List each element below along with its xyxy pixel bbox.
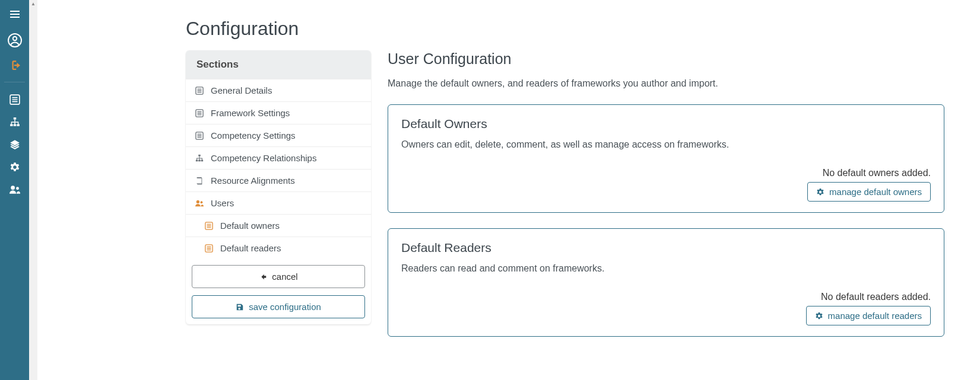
nav-layers-icon[interactable] <box>0 133 29 156</box>
nav-list-icon[interactable] <box>0 88 29 111</box>
page-title: Configuration <box>186 18 944 40</box>
save-configuration-button[interactable]: save configuration <box>192 295 365 318</box>
left-sidebar <box>0 0 29 380</box>
section-item-label: Default owners <box>220 221 280 231</box>
section-item-default-owners[interactable]: Default owners <box>186 214 371 237</box>
section-item-competency-settings[interactable]: Competency Settings <box>186 124 371 146</box>
sidebar-separator <box>4 82 24 82</box>
list-icon <box>194 132 205 140</box>
default-owners-card: Default Owners Owners can edit, delete, … <box>388 104 944 213</box>
content-area: User Configuration Manage the default ow… <box>388 50 944 352</box>
section-item-label: Competency Settings <box>211 130 296 140</box>
sitemap-icon <box>194 154 205 162</box>
section-item-label: Default readers <box>220 243 281 253</box>
profile-icon[interactable] <box>0 27 29 53</box>
section-item-label: General Details <box>211 85 272 95</box>
card-description: Readers can read and comment on framewor… <box>401 263 931 274</box>
cancel-button-label: cancel <box>272 272 297 282</box>
nav-users-icon[interactable] <box>0 178 29 201</box>
logout-icon[interactable] <box>0 53 29 76</box>
empty-message: No default readers added. <box>821 292 931 302</box>
main-content: Configuration Sections General Details F… <box>37 0 980 380</box>
nav-settings-icon[interactable] <box>0 156 29 178</box>
manage-button-label: manage default readers <box>828 311 922 321</box>
sections-panel-header: Sections <box>186 50 371 79</box>
content-section-title: User Configuration <box>388 50 944 68</box>
section-item-label: Competency Relationships <box>211 153 316 163</box>
section-item-default-readers[interactable]: Default readers <box>186 237 371 259</box>
section-item-general-details[interactable]: General Details <box>186 79 371 101</box>
list-icon <box>204 222 214 230</box>
scroll-gutter[interactable]: ▲ <box>29 0 37 380</box>
section-item-label: Resource Alignments <box>211 175 295 186</box>
section-item-framework-settings[interactable]: Framework Settings <box>186 101 371 124</box>
arrow-left-icon <box>259 273 267 281</box>
manage-default-readers-button[interactable]: manage default readers <box>806 306 931 325</box>
section-item-label: Framework Settings <box>211 108 290 118</box>
list-icon <box>194 109 205 117</box>
save-button-label: save configuration <box>249 302 321 312</box>
section-item-competency-relationships[interactable]: Competency Relationships <box>186 146 371 169</box>
users-icon <box>194 199 205 207</box>
default-readers-card: Default Readers Readers can read and com… <box>388 228 944 337</box>
list-icon <box>204 244 214 253</box>
section-item-resource-alignments[interactable]: Resource Alignments <box>186 169 371 191</box>
book-icon <box>194 177 205 185</box>
empty-message: No default owners added. <box>823 168 931 178</box>
cancel-button[interactable]: cancel <box>192 265 365 288</box>
gear-icon <box>815 312 823 320</box>
section-item-users[interactable]: Users <box>186 191 371 214</box>
save-icon <box>236 303 244 311</box>
gear-icon <box>816 188 824 196</box>
card-description: Owners can edit, delete, comment, as wel… <box>401 139 931 150</box>
content-section-description: Manage the default owners, and readers o… <box>388 78 944 89</box>
card-title: Default Readers <box>401 241 931 255</box>
manage-default-owners-button[interactable]: manage default owners <box>807 182 931 202</box>
sections-panel: Sections General Details Framework Setti… <box>186 50 371 324</box>
list-icon <box>194 87 205 95</box>
card-title: Default Owners <box>401 117 931 131</box>
scroll-up-arrow[interactable]: ▲ <box>31 1 36 7</box>
section-item-label: Users <box>211 198 234 208</box>
nav-sitemap-icon[interactable] <box>0 111 29 133</box>
hamburger-menu-button[interactable] <box>0 6 29 27</box>
manage-button-label: manage default owners <box>829 187 922 197</box>
